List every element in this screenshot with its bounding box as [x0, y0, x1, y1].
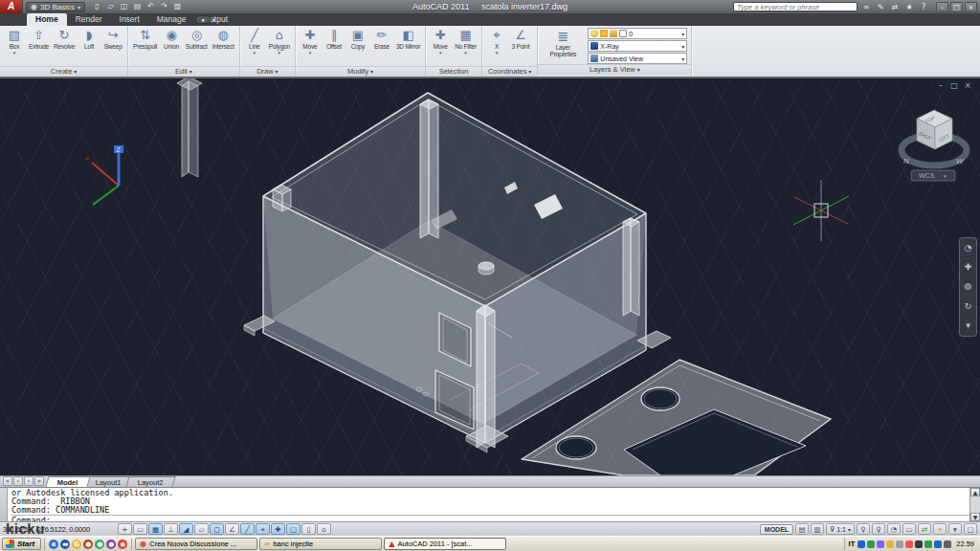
tray-icon[interactable]: [905, 540, 913, 548]
annotation-autoscale-icon[interactable]: ♀: [872, 523, 885, 535]
chevron-down-icon[interactable]: ▾: [681, 43, 684, 50]
layout-nav-icon[interactable]: ›: [24, 476, 33, 486]
ribbon-button[interactable]: ▧ Box: [3, 27, 26, 66]
panel-footer-draw[interactable]: Draw: [240, 66, 295, 77]
tray-icon[interactable]: [934, 540, 942, 548]
enclosure-box[interactable]: [244, 93, 671, 452]
ribbon-button[interactable]: ◧ 3D Mirror: [394, 27, 422, 66]
isolate-objects-icon[interactable]: ☀: [933, 523, 947, 535]
restore-button[interactable]: □: [950, 2, 963, 12]
annotation-scale-control[interactable]: ♀ 1:1 ▾: [826, 523, 855, 535]
navbar-tool-icon[interactable]: ▾: [966, 321, 970, 330]
qat-tool-icon[interactable]: ▱: [104, 1, 117, 12]
drafting-toggle-button[interactable]: ⌂: [317, 523, 331, 535]
drafting-toggle-button[interactable]: ▱: [194, 523, 209, 535]
navbar-tool-icon[interactable]: ◔: [965, 244, 972, 253]
workspace-switch-icon[interactable]: ●: [195, 15, 211, 24]
unlock-icon[interactable]: [610, 30, 617, 37]
quick-launch-icon[interactable]: e: [49, 540, 58, 549]
panel-footer-modify[interactable]: Modify: [296, 66, 425, 77]
drafting-toggle-button[interactable]: ╱: [240, 523, 255, 535]
favorites-icon[interactable]: ★: [903, 3, 915, 11]
tray-icon[interactable]: [915, 540, 923, 548]
ribbon-tab[interactable]: Home: [27, 13, 67, 26]
taskbar-clock[interactable]: 22.59: [954, 540, 974, 548]
quick-launch-icon[interactable]: ●: [83, 540, 93, 549]
layer-properties-button[interactable]: ≣ Layer Properties: [542, 28, 584, 64]
clean-screen-icon[interactable]: ▢: [964, 523, 977, 535]
quick-launch-icon[interactable]: ●: [95, 540, 104, 549]
tray-icon[interactable]: [858, 540, 865, 548]
post-object[interactable]: [177, 78, 202, 177]
model-space-button[interactable]: MODEL: [760, 524, 793, 535]
ribbon-button[interactable]: ▣ Copy: [346, 27, 369, 66]
ribbon-button[interactable]: ▦ No Filter: [453, 27, 479, 66]
ribbon-button[interactable]: ⇅ Presspull: [131, 27, 159, 66]
drafting-toggle-button[interactable]: ◢: [179, 523, 193, 535]
ribbon-tab[interactable]: Insert: [111, 13, 148, 26]
ribbon-button[interactable]: ⌂ Polygon: [267, 27, 292, 66]
drafting-toggle-button[interactable]: ◻: [210, 523, 224, 535]
language-indicator[interactable]: IT: [849, 540, 856, 548]
drafting-toggle-button[interactable]: ⊥: [164, 523, 178, 535]
ribbon-button[interactable]: ✚ Move: [429, 27, 452, 66]
ribbon-button[interactable]: ◉ Union: [160, 27, 183, 66]
toolbar-lock-icon[interactable]: ▭: [902, 523, 916, 535]
search-icon[interactable]: ∞: [860, 3, 872, 11]
layout-nav-icon[interactable]: «: [3, 476, 12, 486]
layout-nav-icon[interactable]: ‹: [13, 476, 23, 486]
layer-select[interactable]: 0 ▾: [588, 28, 687, 39]
task-button[interactable]: ▰ banc injectie: [259, 538, 382, 550]
navbar-tool-icon[interactable]: ◍: [965, 282, 972, 291]
help-search-input[interactable]: [733, 2, 858, 11]
task-button[interactable]: ● Crea Nuova Discussione ...: [135, 538, 257, 550]
scroll-down-icon[interactable]: ▼: [970, 513, 980, 521]
qat-tool-icon[interactable]: ▤: [131, 1, 144, 12]
ribbon-tab[interactable]: Manage: [148, 13, 195, 26]
chevron-down-icon[interactable]: ▾: [212, 16, 215, 23]
ribbon-button[interactable]: ⌖ X: [485, 27, 508, 66]
quick-launch-icon[interactable]: ▬: [60, 540, 70, 549]
ribbon-button[interactable]: ✏ Erase: [370, 27, 393, 66]
bulb-icon[interactable]: [590, 30, 598, 37]
tray-icon[interactable]: [877, 540, 884, 548]
drafting-toggle-button[interactable]: ⌖: [256, 523, 270, 535]
ribbon-button[interactable]: ✚ Move: [299, 27, 322, 66]
annotation-visibility-icon[interactable]: ♀: [857, 523, 870, 535]
layout-tab[interactable]: Model: [45, 476, 90, 487]
workspace-switcher[interactable]: 3D Basics ▾: [26, 2, 85, 12]
layout-icon[interactable]: ▤: [795, 523, 809, 535]
command-scrollbar[interactable]: ▲ ▼: [969, 488, 980, 521]
qat-tool-icon[interactable]: ◫: [118, 1, 130, 12]
tray-icon[interactable]: [924, 540, 932, 548]
workspace-status-icon[interactable]: ◔: [887, 523, 901, 535]
wcs-dropdown[interactable]: WCS ▾: [911, 170, 955, 181]
layout-nav-icon[interactable]: »: [34, 476, 44, 486]
ribbon-tab[interactable]: Render: [67, 13, 111, 26]
qat-tool-icon[interactable]: ↷: [158, 1, 170, 12]
panel-footer-edit[interactable]: Edit: [128, 66, 239, 77]
sun-icon[interactable]: [600, 30, 608, 37]
ribbon-button[interactable]: ◗ Loft: [78, 27, 100, 66]
drafting-toggle-button[interactable]: ▯: [301, 523, 316, 535]
communication-center-icon[interactable]: ✎: [875, 3, 886, 11]
doc-close-button[interactable]: ×: [963, 81, 972, 90]
ribbon-button[interactable]: ⇧ Extrude: [27, 27, 51, 66]
panel-footer-layers-view[interactable]: Layers & View: [538, 64, 691, 75]
viewcube[interactable]: N W TOP BACK LEFT WCS ▾: [902, 110, 967, 181]
task-button[interactable]: ▲ AutoCAD 2011 - [scat...: [384, 538, 506, 550]
ribbon-button[interactable]: ∥ Offset: [323, 27, 345, 66]
drafting-toggle-button[interactable]: ✚: [271, 523, 285, 535]
minimize-button[interactable]: –: [936, 2, 948, 12]
ribbon-button[interactable]: ↻ Revolve: [52, 27, 77, 66]
panel-footer-selection[interactable]: Selection: [426, 66, 481, 77]
ribbon-button[interactable]: ◎ Subtract: [184, 27, 210, 66]
panel-footer-coordinates[interactable]: Coordinates: [482, 66, 537, 77]
layout-tab[interactable]: Layout2: [126, 476, 176, 487]
ribbon-button[interactable]: ◍ Intersect: [211, 27, 236, 66]
visual-style-select[interactable]: X-Ray ▾: [588, 40, 687, 52]
model-viewport[interactable]: Z ×: [0, 78, 980, 475]
quick-launch-icon[interactable]: ●: [106, 540, 116, 549]
ribbon-button[interactable]: ╱ Line: [243, 27, 266, 66]
close-button[interactable]: ×: [965, 2, 977, 12]
